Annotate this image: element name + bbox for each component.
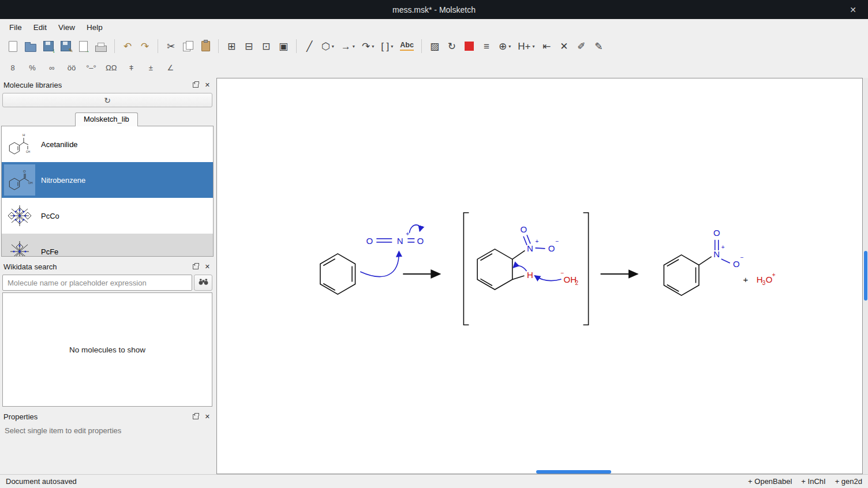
hatch-tool[interactable]: ▨: [426, 40, 443, 53]
text-tool[interactable]: Abc: [397, 40, 417, 52]
ring-tool[interactable]: ⬡▾: [319, 40, 337, 53]
line-width-button[interactable]: ≡: [478, 40, 495, 53]
dropdown-arrow-icon[interactable]: ▾: [532, 44, 534, 49]
dock-close-icon[interactable]: ✕: [204, 413, 211, 421]
mechanism-arrow-water-to-h[interactable]: [534, 276, 561, 280]
horizontal-scrollbar-thumb[interactable]: [536, 470, 611, 474]
rotate-tool[interactable]: ↻: [444, 40, 460, 53]
list-item-pcfe[interactable]: PcFe: [2, 234, 213, 257]
dropdown-arrow-icon[interactable]: ▾: [332, 44, 334, 49]
vertical-scrollbar-thumb[interactable]: [864, 251, 867, 301]
dock-float-icon[interactable]: [193, 82, 199, 88]
align-atoms-tool[interactable]: ǂ: [123, 62, 139, 73]
nitronium-ion[interactable]: O N + O: [366, 231, 424, 246]
hydronium-ion[interactable]: H 3 O +: [757, 272, 776, 286]
ring-pair-tool[interactable]: ΩΩ: [103, 62, 119, 73]
hydrogen-tool-icon: H+: [518, 42, 530, 51]
charge-tool[interactable]: ⊕▾: [496, 40, 514, 53]
mechanism-arrow-pi-to-oxygen[interactable]: [409, 225, 420, 233]
list-item-acetanilide[interactable]: H CH Acetanilide: [2, 126, 213, 162]
paste-button[interactable]: [197, 39, 214, 53]
menu-edit[interactable]: Edit: [28, 21, 53, 34]
menu-file[interactable]: File: [3, 21, 28, 34]
dropdown-arrow-icon[interactable]: ▾: [508, 44, 511, 49]
wikidata-search-input[interactable]: [2, 275, 192, 291]
align-tool-icon: ⇤: [542, 42, 551, 51]
wikidata-results-panel: No molecules to show: [2, 292, 212, 407]
chain-tool[interactable]: ∞: [44, 62, 60, 73]
tab-molsketch-lib[interactable]: Molsketch_lib: [75, 112, 138, 126]
nitrobenzene-structure-icon: O OH: [4, 164, 35, 196]
new-file-button[interactable]: [5, 39, 21, 54]
hydronium-o-label: O: [766, 275, 773, 284]
mechanism-arrow-benzene-to-nitronium[interactable]: [360, 251, 399, 277]
product-nitrobenzene[interactable]: N + O O −: [664, 228, 743, 295]
wikidata-dock-header: Wikidata search ✕: [1, 261, 214, 273]
zoom-fit-button[interactable]: ▣: [275, 40, 291, 53]
product-n-label: N: [713, 249, 720, 259]
dropdown-arrow-icon[interactable]: ▾: [391, 44, 393, 49]
intermediate-bracket-left[interactable]: [463, 213, 469, 325]
color-button[interactable]: [461, 40, 477, 52]
window-close-button[interactable]: ✕: [846, 0, 860, 19]
annotation-pen-tool[interactable]: ✎: [590, 40, 607, 53]
vertical-scrollbar[interactable]: [863, 78, 868, 474]
library-refresh-button[interactable]: ↻: [2, 93, 212, 107]
zoom-in-button-icon: ⊞: [227, 42, 235, 51]
dock-close-icon[interactable]: ✕: [204, 263, 211, 271]
open-button[interactable]: [22, 39, 39, 54]
delete-tool-icon: ✕: [560, 42, 568, 51]
hydrogen-tool[interactable]: H+▾: [515, 40, 537, 53]
lone-pair-tool[interactable]: öö: [63, 62, 80, 73]
wikidata-search-button[interactable]: [194, 275, 212, 291]
align-tool[interactable]: ⇤: [538, 40, 555, 53]
intermediate-bracket-right[interactable]: [583, 213, 589, 325]
stereo-tool[interactable]: %: [24, 62, 40, 73]
save-button[interactable]: [40, 39, 57, 53]
list-item-pcco[interactable]: PcCo: [2, 198, 213, 234]
bracket-tool[interactable]: [ ]▾: [378, 40, 396, 53]
status-message: Document autosaved: [6, 477, 748, 486]
dropdown-arrow-icon[interactable]: ▾: [372, 44, 374, 49]
zoom-original-button[interactable]: ⊡: [258, 40, 274, 53]
modify-toolbar: 8%∞öö°–°ΩΩǂ±∠: [0, 57, 868, 78]
water-nucleophile[interactable]: OH 2 −: [534, 270, 578, 286]
clipboard-icon: [201, 41, 210, 51]
chain-tool-icon: ∞: [49, 64, 54, 72]
draw-bond-tool-icon: ╱: [306, 42, 312, 51]
export-button[interactable]: [75, 39, 91, 54]
dock-float-icon[interactable]: [193, 264, 199, 269]
redo-button-icon: ↷: [141, 42, 149, 51]
libraries-dock-header: Molecule libraries ✕: [1, 79, 214, 91]
drawing-canvas[interactable]: O N + O N: [216, 78, 863, 474]
reaction-arrow-tool[interactable]: →▾: [338, 40, 358, 53]
print-button[interactable]: [92, 39, 110, 54]
zoom-out-button[interactable]: ⊟: [241, 40, 257, 53]
list-item-nitrobenzene[interactable]: O OH Nitrobenzene: [2, 162, 213, 198]
reactant-benzene[interactable]: [320, 254, 356, 294]
zoom-in-button[interactable]: ⊞: [223, 40, 240, 53]
menu-help[interactable]: Help: [81, 21, 108, 34]
electron-flow-tool[interactable]: ✐: [573, 40, 589, 53]
dropdown-arrow-icon[interactable]: ▾: [353, 44, 355, 49]
dock-float-icon[interactable]: [193, 414, 199, 419]
redo-button[interactable]: ↷: [137, 40, 153, 53]
mechanism-arrow-rearomatize[interactable]: [513, 266, 526, 271]
bond-type-tool[interactable]: 8: [5, 62, 21, 73]
arenium-intermediate[interactable]: N + O O − H: [477, 224, 559, 290]
menu-view[interactable]: View: [53, 21, 81, 34]
plus-sign: +: [743, 275, 748, 284]
charge-pair-tool[interactable]: ±: [143, 62, 159, 73]
cut-button[interactable]: ✂: [163, 40, 179, 53]
draw-bond-tool[interactable]: ╱: [301, 40, 317, 53]
delete-tool[interactable]: ✕: [556, 40, 572, 53]
undo-button[interactable]: ↶: [119, 40, 136, 53]
copy-button[interactable]: [180, 39, 196, 53]
bond-angle-tool[interactable]: ∠: [162, 62, 178, 73]
mechanism-arrow-tool[interactable]: ↷▾: [359, 40, 377, 53]
dock-close-icon[interactable]: ✕: [204, 81, 211, 89]
bond-length-tool[interactable]: °–°: [83, 62, 99, 73]
properties-dock-header: Properties ✕: [1, 411, 214, 423]
folder-icon: [25, 44, 36, 52]
save-as-button[interactable]: [58, 39, 74, 53]
